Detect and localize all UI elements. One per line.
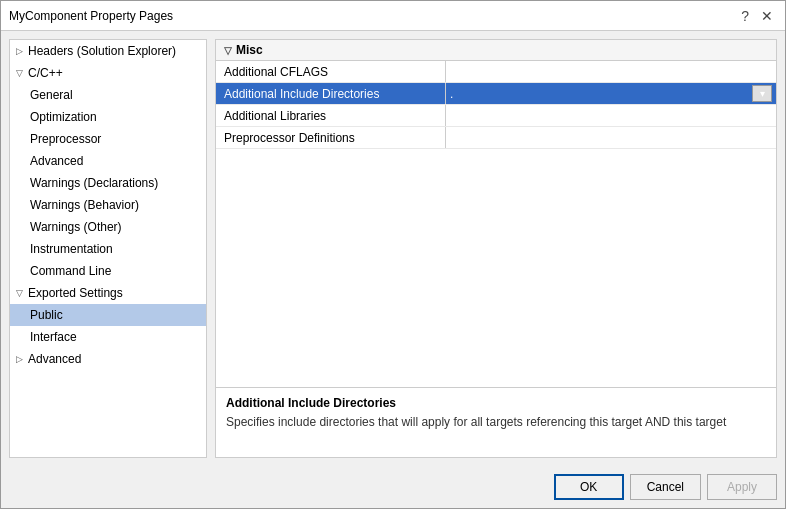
section-header-misc: ▽ Misc bbox=[216, 40, 776, 61]
sidebar-item-label: Warnings (Declarations) bbox=[30, 176, 158, 190]
arrow-icon: ▽ bbox=[16, 64, 26, 82]
help-button[interactable]: ? bbox=[737, 9, 753, 23]
prop-name-preprocessor-defs: Preprocessor Definitions bbox=[216, 127, 446, 148]
prop-value-preprocessor-defs bbox=[446, 127, 776, 148]
prop-row-preprocessor-defs[interactable]: Preprocessor Definitions bbox=[216, 127, 776, 149]
info-description: Specifies include directories that will … bbox=[226, 414, 766, 431]
sidebar-item-interface[interactable]: Interface bbox=[10, 326, 206, 348]
sidebar-item-general[interactable]: General bbox=[10, 84, 206, 106]
prop-input-cflags[interactable] bbox=[450, 65, 772, 79]
sidebar-item-label: Instrumentation bbox=[30, 242, 113, 256]
sidebar-item-advanced-root[interactable]: ▷ Advanced bbox=[10, 348, 206, 370]
sidebar-item-command-line[interactable]: Command Line bbox=[10, 260, 206, 282]
sidebar-item-label: Optimization bbox=[30, 110, 97, 124]
prop-value-include-dirs: ▾ bbox=[446, 83, 776, 104]
ok-button[interactable]: OK bbox=[554, 474, 624, 500]
info-panel: Additional Include Directories Specifies… bbox=[215, 388, 777, 458]
sidebar-item-exported-settings[interactable]: ▽ Exported Settings bbox=[10, 282, 206, 304]
sidebar-item-label: Warnings (Other) bbox=[30, 220, 122, 234]
sidebar-item-label: Exported Settings bbox=[28, 284, 123, 302]
close-button[interactable]: ✕ bbox=[757, 9, 777, 23]
sidebar-item-label: General bbox=[30, 88, 73, 102]
prop-row-include-dirs[interactable]: Additional Include Directories ▾ bbox=[216, 83, 776, 105]
title-bar: MyComponent Property Pages ? ✕ bbox=[1, 1, 785, 31]
prop-value-libraries bbox=[446, 105, 776, 126]
prop-input-libraries[interactable] bbox=[450, 109, 772, 123]
right-panel: ▽ Misc Additional CFLAGS Additional Incl… bbox=[215, 39, 777, 458]
title-bar-controls: ? ✕ bbox=[737, 9, 777, 23]
button-bar: OK Cancel Apply bbox=[1, 466, 785, 508]
section-toggle-icon[interactable]: ▽ bbox=[224, 45, 232, 56]
prop-value-cflags bbox=[446, 61, 776, 82]
sidebar-item-instrumentation[interactable]: Instrumentation bbox=[10, 238, 206, 260]
arrow-icon: ▷ bbox=[16, 42, 26, 60]
sidebar-item-label: Command Line bbox=[30, 264, 111, 278]
sidebar-item-label: Warnings (Behavior) bbox=[30, 198, 139, 212]
sidebar-item-optimization[interactable]: Optimization bbox=[10, 106, 206, 128]
sidebar-item-preprocessor[interactable]: Preprocessor bbox=[10, 128, 206, 150]
prop-input-include-dirs[interactable] bbox=[450, 87, 752, 101]
sidebar-item-label: Public bbox=[30, 308, 63, 322]
info-title: Additional Include Directories bbox=[226, 396, 766, 410]
sidebar-item-warnings-decl[interactable]: Warnings (Declarations) bbox=[10, 172, 206, 194]
sidebar-item-label: Preprocessor bbox=[30, 132, 101, 146]
sidebar-item-label: Advanced bbox=[28, 350, 81, 368]
section-label: Misc bbox=[236, 43, 263, 57]
content-area: ▷ Headers (Solution Explorer) ▽ C/C++ Ge… bbox=[1, 31, 785, 466]
dialog: MyComponent Property Pages ? ✕ ▷ Headers… bbox=[0, 0, 786, 509]
sidebar-item-cpp[interactable]: ▽ C/C++ bbox=[10, 62, 206, 84]
sidebar-item-warnings-behav[interactable]: Warnings (Behavior) bbox=[10, 194, 206, 216]
sidebar-item-advanced[interactable]: Advanced bbox=[10, 150, 206, 172]
arrow-icon: ▽ bbox=[16, 284, 26, 302]
prop-name-include-dirs: Additional Include Directories bbox=[216, 83, 446, 104]
sidebar-item-label: Interface bbox=[30, 330, 77, 344]
dialog-title: MyComponent Property Pages bbox=[9, 9, 173, 23]
prop-row-libraries[interactable]: Additional Libraries bbox=[216, 105, 776, 127]
sidebar-item-warnings-other[interactable]: Warnings (Other) bbox=[10, 216, 206, 238]
sidebar-item-label: Headers (Solution Explorer) bbox=[28, 42, 176, 60]
property-grid: ▽ Misc Additional CFLAGS Additional Incl… bbox=[215, 39, 777, 388]
prop-name-cflags: Additional CFLAGS bbox=[216, 61, 446, 82]
apply-button[interactable]: Apply bbox=[707, 474, 777, 500]
prop-row-cflags[interactable]: Additional CFLAGS bbox=[216, 61, 776, 83]
prop-input-preprocessor-defs[interactable] bbox=[450, 131, 772, 145]
arrow-icon: ▷ bbox=[16, 350, 26, 368]
prop-name-libraries: Additional Libraries bbox=[216, 105, 446, 126]
cancel-button[interactable]: Cancel bbox=[630, 474, 701, 500]
tree-panel: ▷ Headers (Solution Explorer) ▽ C/C++ Ge… bbox=[9, 39, 207, 458]
sidebar-item-label: Advanced bbox=[30, 154, 83, 168]
sidebar-item-public[interactable]: Public bbox=[10, 304, 206, 326]
sidebar-item-label: C/C++ bbox=[28, 64, 63, 82]
sidebar-item-headers[interactable]: ▷ Headers (Solution Explorer) bbox=[10, 40, 206, 62]
dropdown-button[interactable]: ▾ bbox=[752, 85, 772, 102]
